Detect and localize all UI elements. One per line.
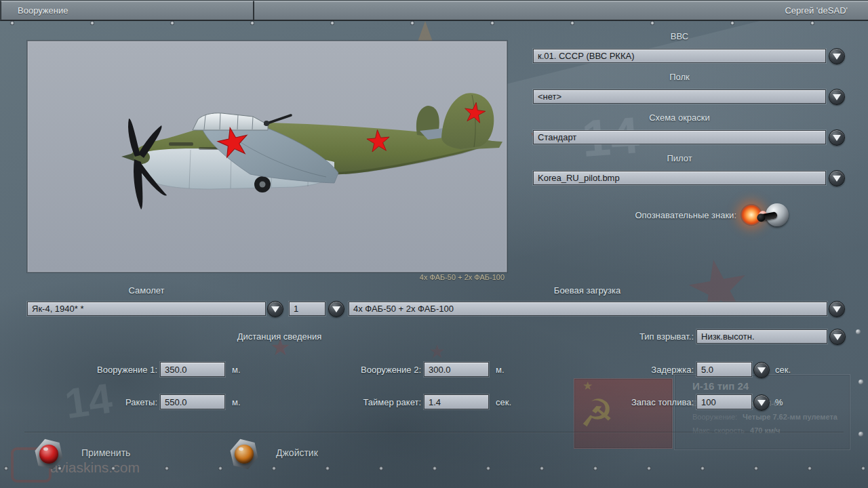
fuze-type-label: Тип взрыват.: [583,331,694,342]
delay-label: Задержка: [599,365,694,375]
flag-star-icon: ★ [583,379,593,393]
fuel-input[interactable] [696,394,752,409]
aircraft-dropdown-button[interactable] [267,301,283,317]
paint-scheme-dropdown[interactable]: Стандарт [533,130,826,144]
edge-screw [856,329,861,334]
spec-placard-title: И-16 тип 24 [692,380,749,392]
aircraft-count-dropdown[interactable]: 1 [289,302,326,316]
aircraft-dropdown[interactable]: Як-4, 1940* * [27,302,266,316]
joystick-button-lamp-icon [235,445,254,464]
edge-screw [859,380,863,384]
vvs-dropdown-button[interactable] [829,48,845,64]
rockets-label: Ракеты: [62,397,157,407]
regiment-dropdown[interactable]: <нет> [533,89,826,104]
aircraft-label: Самолет [27,285,266,296]
delay-unit: сек. [775,365,791,375]
delay-input[interactable] [696,362,752,377]
screw-row-bottom [3,466,865,472]
fuze-type-dropdown[interactable]: Низк.высотн. [696,329,827,344]
loadout-dropdown[interactable]: 4х ФАБ-50 + 2х ФАБ-100 [349,302,827,316]
weapon1-input[interactable] [160,362,225,377]
player-name: Сергей 'deSAD' [785,5,848,16]
weapon2-input[interactable] [424,362,489,377]
armament-screen: 14 14 ★ ★ ★ ★ ★ ★ ☭ ★ И-16 тип 24 Двигат… [0,0,868,488]
paint-scheme-label: Схема окраски [533,113,826,123]
tab-armament[interactable]: Вооружение [1,1,254,20]
loadout-caption: 4х ФАБ-50 + 2х ФАБ-100 [302,273,505,281]
spec-value: 470 км/ч [750,426,781,434]
paint-scheme-dropdown-button[interactable] [829,129,845,146]
edge-screw [859,432,863,436]
rocket-timer-label: Таймер ракет: [326,397,421,407]
fuze-type-dropdown-button[interactable] [829,329,846,345]
rocket-timer-input[interactable] [424,394,489,409]
regiment-label: Полк [533,72,826,82]
delay-dropdown-button[interactable] [753,362,770,378]
regiment-dropdown-button[interactable] [829,89,845,105]
player-name-panel: Сергей 'deSAD' [254,1,868,20]
joystick-button-label: Джойстик [276,447,318,458]
top-tab-bar: Вооружение Сергей 'deSAD' [0,0,868,21]
bottom-divider [24,432,844,433]
weapon1-label: Вооружение 1: [62,365,157,375]
apply-button-lamp-icon [39,445,58,464]
screw-row-top [9,20,859,26]
aircraft-preview-yak4 [28,41,507,272]
pilot-dropdown-button[interactable] [829,170,845,186]
loadout-label: Боевая загрузка [434,285,741,296]
faded-flag-placard: ☭ ★ [574,378,673,449]
rockets-input[interactable] [160,394,225,409]
vvs-dropdown[interactable]: к.01. СССР (ВВС РККА) [533,49,826,63]
spec-label: Макс. скорость [692,426,745,434]
vvs-label: ВВС [533,31,826,41]
joystick-button[interactable] [229,439,259,469]
fuel-dropdown-button[interactable] [753,394,770,411]
aircraft-viewer-panel [27,41,507,272]
markings-label: Опознавательные знаки: [536,210,736,220]
loadout-dropdown-button[interactable] [829,301,845,317]
weapon2-label: Вооружение 2: [326,365,421,375]
spec-value: Четыре 7.62-мм пулемета [743,413,837,421]
weapon2-unit: м. [496,365,505,375]
pilot-dropdown[interactable]: Korea_RU_pilot.bmp [533,171,826,185]
convergence-title: Дистанция сведения [203,331,355,342]
tab-armament-label: Вооружение [18,5,68,16]
rocket-timer-unit: сек. [496,397,511,407]
apply-button-label: Применить [81,447,130,458]
weapon1-unit: м. [232,365,241,375]
apply-button[interactable] [34,439,64,469]
rockets-unit: м. [232,397,241,407]
aircraft-count-dropdown-button[interactable] [328,301,344,317]
markings-toggle[interactable] [741,202,789,228]
pilot-label: Пилот [533,153,826,163]
faded-star-icon: ★ [429,340,446,363]
faded-spec-placard: И-16 тип 24 ДвигательШвецов М-63 Вооруже… [674,374,850,450]
fuel-label: Запас топлива: [599,397,694,407]
fuel-unit: % [775,397,783,407]
spec-label: Вооружение: [692,413,737,421]
